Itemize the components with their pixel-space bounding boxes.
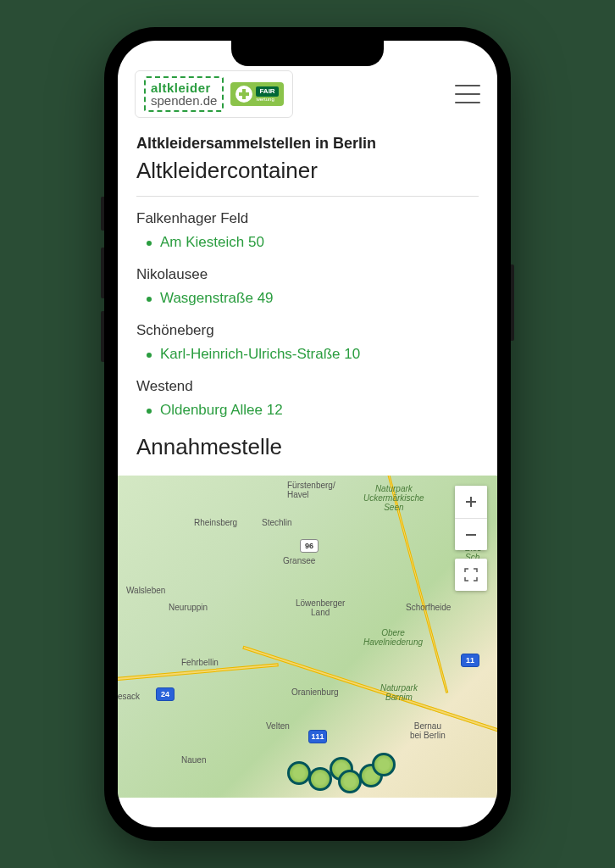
cross-icon [235, 86, 252, 103]
map-label: esack [118, 692, 140, 701]
phone-notch [231, 41, 384, 66]
address-link[interactable]: Am Kiesteich 50 [160, 234, 264, 250]
address-link[interactable]: Karl-Heinrich-Ulrichs-Straße 10 [160, 346, 360, 362]
map-label: Walsleben [126, 586, 165, 595]
map-label: Bernaubei Berlin [410, 721, 446, 740]
map-marker-cluster[interactable] [372, 753, 396, 776]
address-link[interactable]: Wasgenstraße 49 [160, 290, 274, 306]
map-label: Neuruppin [169, 603, 208, 612]
divider [136, 196, 479, 197]
list-item: Am Kiesteich 50 [160, 234, 479, 251]
map-label: Stechlin [262, 518, 292, 527]
map-label: LöwenbergerLand [296, 598, 345, 617]
phone-screen: altkleider spenden.de FAIR wertung [118, 41, 497, 827]
minus-icon [464, 528, 478, 542]
map-label: NaturparkUckermärkischeSeen [363, 484, 424, 512]
section-heading-container: Altkleidercontainer [136, 158, 479, 184]
phone-mute-switch [101, 197, 104, 231]
map[interactable]: Fürstenberg/Havel NaturparkUckermärkisch… [118, 476, 497, 798]
hamburger-line [455, 93, 480, 95]
list-item: Oldenburg Allee 12 [160, 402, 479, 419]
map-label: Nauen [181, 755, 206, 765]
map-marker-cluster[interactable] [308, 767, 332, 791]
fair-sub: wertung [256, 97, 278, 102]
fair-label: FAIR [256, 86, 278, 97]
address-list: Karl-Heinrich-Ulrichs-Straße 10 [136, 346, 479, 363]
district-block: Nikolausee Wasgenstraße 49 [136, 266, 479, 307]
district-name: Falkenhager Feld [136, 210, 479, 227]
map-label: NaturparkBarnim [380, 683, 418, 702]
plus-icon [464, 495, 478, 509]
address-link[interactable]: Oldenburg Allee 12 [160, 402, 283, 418]
page-title: Altkleidersammelstellen in Berlin [136, 135, 479, 153]
phone-frame: altkleider spenden.de FAIR wertung [104, 27, 511, 841]
district-name: Westend [136, 378, 479, 395]
map-controls [455, 486, 487, 591]
main-content: Altkleidersammelstellen in Berlin Altkle… [118, 126, 497, 460]
phone-volume-up [101, 248, 104, 298]
map-label: Gransee [283, 556, 315, 565]
map-label: Fehrbellin [181, 658, 219, 667]
fair-badge: FAIR wertung [230, 82, 283, 106]
zoom-in-button[interactable] [455, 486, 487, 518]
district-name: Schöneberg [136, 322, 479, 339]
map-label: Schorfheide [406, 603, 451, 612]
map-zoom-controls [455, 486, 487, 550]
map-marker-cluster[interactable] [287, 761, 311, 785]
map-label: Fürstenberg/Havel [287, 481, 335, 499]
logo-text: altkleider spenden.de [144, 76, 224, 112]
district-block: Falkenhager Feld Am Kiesteich 50 [136, 210, 479, 251]
map-marker-cluster[interactable] [338, 770, 362, 793]
map-road [242, 646, 497, 733]
district-block: Schöneberg Karl-Heinrich-Ulrichs-Straße … [136, 322, 479, 363]
fullscreen-icon [464, 568, 478, 581]
highway-shield: 24 [156, 687, 175, 701]
district-name: Nikolausee [136, 266, 479, 283]
map-label: Rheinsberg [194, 518, 237, 527]
page-content[interactable]: altkleider spenden.de FAIR wertung [118, 41, 497, 827]
address-list: Oldenburg Allee 12 [136, 402, 479, 419]
menu-button[interactable] [455, 85, 480, 103]
highway-shield: 96 [300, 539, 319, 553]
map-label: Oranienburg [291, 687, 339, 697]
list-item: Karl-Heinrich-Ulrichs-Straße 10 [160, 346, 479, 363]
logo-line2: spenden.de [151, 93, 217, 108]
map-label: Velten [266, 721, 290, 731]
highway-shield: 111 [308, 730, 327, 743]
highway-shield: 11 [461, 654, 479, 667]
hamburger-line [455, 102, 480, 103]
district-block: Westend Oldenburg Allee 12 [136, 378, 479, 419]
section-heading-dropoff: Annahmestelle [136, 434, 479, 460]
hamburger-line [455, 85, 480, 86]
address-list: Am Kiesteich 50 [136, 234, 479, 251]
fullscreen-button[interactable] [455, 559, 487, 591]
address-list: Wasgenstraße 49 [136, 290, 479, 307]
phone-volume-down [101, 311, 104, 362]
zoom-out-button[interactable] [455, 518, 487, 550]
phone-power-button [511, 264, 514, 341]
logo[interactable]: altkleider spenden.de FAIR wertung [135, 70, 293, 118]
map-label: ObereHavelniederung [363, 628, 423, 647]
list-item: Wasgenstraße 49 [160, 290, 479, 307]
